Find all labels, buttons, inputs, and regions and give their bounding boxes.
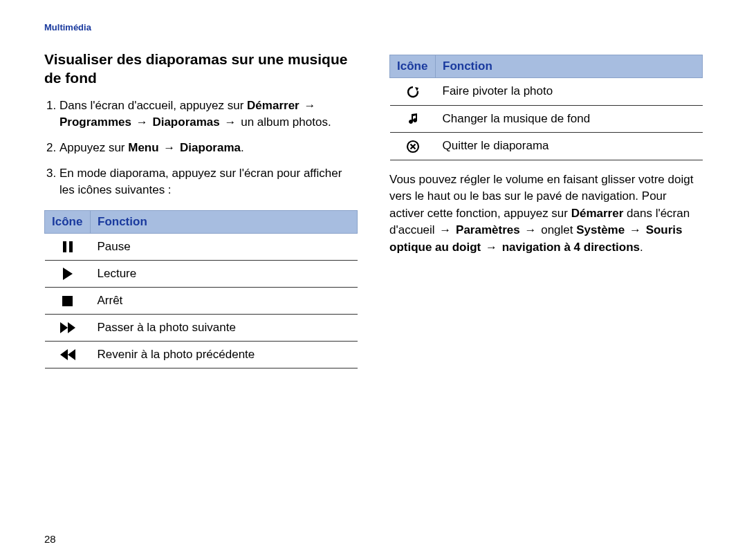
rewind-icon xyxy=(60,349,75,360)
para-bold: Paramètres xyxy=(456,223,520,236)
step-bold: Démarrer xyxy=(247,99,299,112)
table-row: Passer à la photo suivante xyxy=(45,314,358,341)
para-bold: Système xyxy=(576,223,625,236)
step-bold: Menu xyxy=(128,141,158,154)
table-row: Revenir à la photo précédente xyxy=(45,341,358,368)
table-row: Faire pivoter la photo xyxy=(390,78,703,106)
icon-function-table: Icône Fonction Pause Lecture xyxy=(44,210,358,368)
pause-icon xyxy=(63,241,73,252)
step-bold: Diaporama xyxy=(180,141,241,154)
two-column-layout: Visualiser des diaporamas sur une musiqu… xyxy=(44,50,703,368)
icon-function-table: Icône Fonction Faire pivoter la photo xyxy=(389,55,703,160)
table-header-icon: Icône xyxy=(390,55,436,78)
manual-page: Multimédia Visualiser des diaporamas sur… xyxy=(0,0,747,560)
table-cell-label: Changer la musique de fond xyxy=(436,105,703,133)
step-bold: Diaporamas xyxy=(152,115,219,129)
para-text: onglet xyxy=(541,223,576,236)
arrow-icon: → xyxy=(223,115,237,129)
para-text: . xyxy=(640,241,643,254)
table-row: Pause xyxy=(45,233,358,260)
table-cell-label: Quitter le diaporama xyxy=(436,133,703,160)
arrow-icon: → xyxy=(438,223,452,236)
step-text: . xyxy=(241,141,244,154)
page-number: 28 xyxy=(44,533,56,545)
left-column: Visualiser des diaporamas sur une musiqu… xyxy=(44,50,358,368)
step-text: un album photos. xyxy=(241,115,331,129)
para-bold: navigation à 4 directions xyxy=(502,241,640,254)
play-icon xyxy=(63,268,73,280)
right-column: Icône Fonction Faire pivoter la photo xyxy=(389,50,703,368)
table-cell-label: Arrêt xyxy=(91,287,358,314)
stop-icon xyxy=(62,296,73,306)
table-row: Changer la musique de fond xyxy=(390,105,703,133)
instruction-step: En mode diaporama, appuyez sur l'écran p… xyxy=(59,165,358,199)
table-row: Lecture xyxy=(45,260,358,287)
table-header-icon: Icône xyxy=(45,210,91,233)
table-header-function: Fonction xyxy=(91,210,358,233)
instruction-step: Appuyez sur Menu → Diaporama. xyxy=(59,140,358,157)
arrow-icon: → xyxy=(135,115,149,129)
para-bold: Démarrer xyxy=(571,207,624,220)
table-cell-label: Lecture xyxy=(91,260,358,287)
arrow-icon: → xyxy=(628,223,643,236)
table-header-function: Fonction xyxy=(436,55,703,78)
music-note-icon xyxy=(406,112,420,126)
table-cell-label: Faire pivoter la photo xyxy=(436,78,703,106)
step-bold: Programmes xyxy=(59,115,131,129)
table-row: Quitter le diaporama xyxy=(390,133,703,160)
doc-category: Multimédia xyxy=(44,22,703,32)
step-text: En mode diaporama, appuyez sur l'écran p… xyxy=(59,167,342,197)
arrow-icon: → xyxy=(484,241,499,254)
instruction-step: Dans l'écran d'accueil, appuyez sur Déma… xyxy=(59,97,358,131)
arrow-icon: → xyxy=(302,99,317,112)
arrow-icon: → xyxy=(162,141,176,154)
step-text: Dans l'écran d'accueil, appuyez sur xyxy=(59,99,247,112)
fast-forward-icon xyxy=(60,322,75,333)
section-title: Visualiser des diaporamas sur une musiqu… xyxy=(44,50,358,88)
instruction-list: Dans l'écran d'accueil, appuyez sur Déma… xyxy=(44,97,358,199)
table-row: Arrêt xyxy=(45,287,358,314)
table-cell-label: Passer à la photo suivante xyxy=(91,314,358,341)
close-circle-icon xyxy=(406,140,420,153)
table-cell-label: Pause xyxy=(91,233,358,260)
arrow-icon: → xyxy=(523,223,537,236)
rotate-icon xyxy=(406,85,420,99)
info-paragraph: Vous pouvez régler le volume en faisant … xyxy=(389,171,703,256)
table-cell-label: Revenir à la photo précédente xyxy=(91,341,358,368)
step-text: Appuyez sur xyxy=(59,141,128,154)
